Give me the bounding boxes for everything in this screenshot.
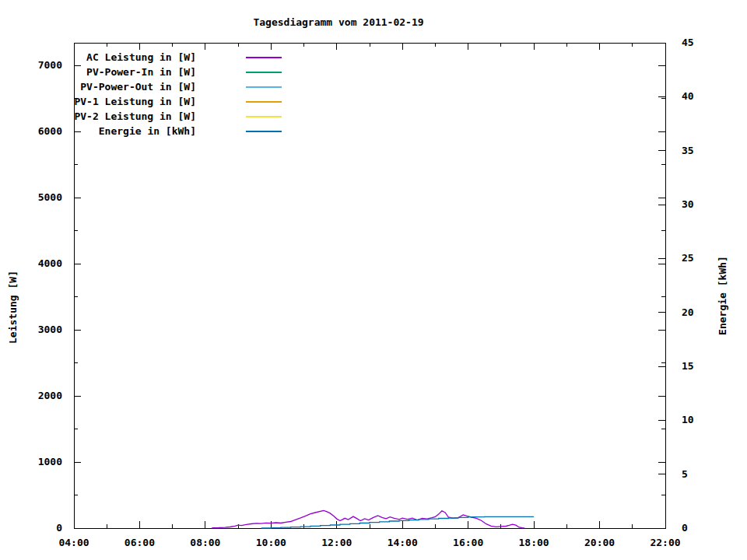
- x-tick-label: 08:00: [190, 537, 220, 548]
- y-tick-label-right: 15: [682, 360, 694, 372]
- x-tick-label: 04:00: [58, 537, 89, 548]
- y-tick-label-left: 5000: [38, 191, 62, 203]
- legend-label: PV-2 Leistung in [W]: [74, 110, 196, 122]
- y-tick-label-right: 40: [682, 90, 694, 102]
- y-tick-label-left: 2000: [38, 390, 62, 401]
- x-tick-label: 20:00: [584, 537, 615, 548]
- y-tick-label-right: 5: [682, 468, 688, 480]
- x-tick-label: 14:00: [388, 537, 418, 548]
- y-tick-label-right: 20: [682, 306, 694, 318]
- x-tick-label: 10:00: [256, 537, 286, 548]
- y-tick-label-left: 4000: [38, 257, 62, 269]
- y-tick-label-left: 3000: [38, 324, 62, 335]
- y-tick-label-right: 35: [682, 145, 694, 156]
- y-tick-label-right: 45: [682, 37, 694, 48]
- x-tick-label: 06:00: [124, 537, 155, 548]
- chart-canvas: Tagesdiagramm vom 2011-02-19 Leistung [W…: [0, 0, 747, 560]
- y-tick-label-left: 1000: [38, 456, 62, 467]
- y-tick-label-left: 0: [56, 522, 62, 534]
- x-tick-label: 12:00: [321, 537, 352, 548]
- y-tick-label-left: 6000: [38, 125, 62, 137]
- x-tick-label: 18:00: [519, 537, 549, 548]
- y-tick-label-right: 25: [682, 252, 694, 264]
- legend-label: PV-Power-In in [W]: [86, 66, 196, 78]
- legend-label: PV-1 Leistung in [W]: [74, 96, 196, 107]
- legend-label: AC Leistung in [W]: [86, 51, 196, 63]
- y-tick-label-left: 7000: [38, 59, 62, 71]
- x-tick-label: 22:00: [650, 537, 680, 548]
- y-tick-label-right: 30: [682, 198, 694, 210]
- y-tick-label-right: 0: [682, 522, 688, 534]
- series-line-1: [212, 511, 524, 528]
- y-tick-label-right: 10: [682, 414, 694, 425]
- x-tick-label: 16:00: [453, 537, 483, 548]
- legend-label: Energie in [kWh]: [99, 125, 196, 137]
- legend-label: PV-Power-Out in [W]: [80, 81, 196, 93]
- plot-area: 04:0006:0008:0010:0012:0014:0016:0018:00…: [0, 0, 747, 560]
